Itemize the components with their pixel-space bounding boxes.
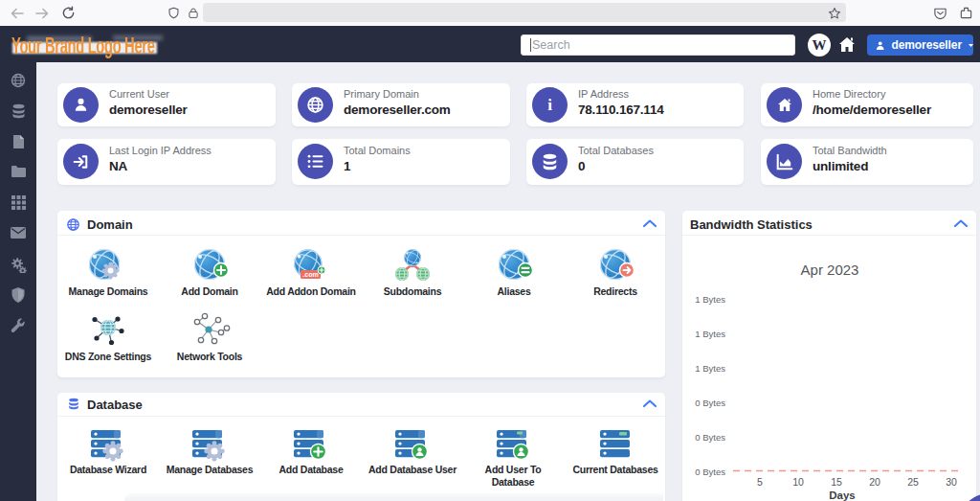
svg-text:.com: .com [302, 271, 318, 278]
